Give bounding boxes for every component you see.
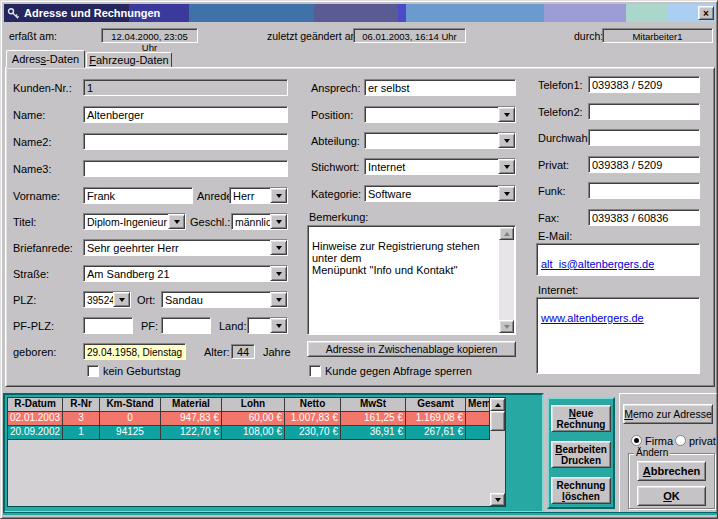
telefon2-field[interactable] [588, 103, 700, 120]
chevron-down-icon [276, 220, 282, 224]
chevron-down-icon [276, 246, 282, 250]
privat-radio[interactable] [675, 435, 686, 446]
scroll-up-button[interactable] [499, 227, 514, 240]
kunden-nr-label: Kunden-Nr.: [13, 82, 72, 94]
name3-field[interactable] [83, 160, 288, 177]
abteilung-combo[interactable] [364, 132, 516, 149]
email-box: alt_is@altenbergers.de [536, 243, 700, 276]
adresse-kopieren-button[interactable]: Adresse in Zwischenablage kopieren [307, 341, 516, 357]
strasse-combo[interactable] [83, 265, 288, 282]
geboren-label: geboren: [13, 346, 56, 358]
funk-field[interactable] [588, 182, 700, 199]
position-dropdown-button[interactable] [498, 107, 515, 122]
abteilung-field[interactable] [364, 132, 516, 149]
tab-adress-daten[interactable]: Adress-Daten [6, 50, 85, 68]
geschl-combo[interactable] [231, 213, 288, 230]
privat-label: Privat: [538, 159, 569, 171]
titel-dropdown-button[interactable] [168, 214, 185, 229]
email-label: E-Mail: [538, 230, 572, 242]
grid-scroll-thumb[interactable] [490, 411, 505, 431]
invoice-col-header: Material [161, 398, 222, 411]
privat-radio-label: privat [689, 435, 716, 447]
email-link[interactable]: alt_is@altenbergers.de [541, 258, 654, 270]
kategorie-field[interactable] [364, 185, 516, 202]
telefon1-field[interactable] [588, 76, 700, 93]
stichwort-combo[interactable] [364, 158, 516, 175]
titel-combo[interactable] [83, 213, 186, 230]
key-icon [7, 7, 20, 20]
strasse-dropdown-button[interactable] [270, 266, 287, 281]
vorname-field[interactable] [83, 187, 193, 204]
fax-field[interactable] [588, 209, 700, 226]
ort-dropdown-button[interactable] [270, 292, 287, 307]
plz-combo[interactable] [83, 291, 131, 308]
position-combo[interactable] [364, 106, 516, 123]
ok-button[interactable]: OK [637, 486, 706, 506]
bemerkung-textarea[interactable]: Hinweise zur Registrierung stehen unter … [307, 225, 516, 335]
kunden-nr-field[interactable] [83, 79, 288, 96]
briefanrede-combo[interactable] [83, 239, 288, 256]
name-field[interactable] [83, 106, 288, 123]
kein-geburtstag-checkbox[interactable] [87, 365, 99, 377]
invoice-row[interactable]: 02.01.200330947,83 €60,00 €1.007,83 €161… [8, 412, 505, 426]
kategorie-combo[interactable] [364, 185, 516, 202]
anrede-dropdown-button[interactable] [270, 188, 287, 203]
bearbeiten-drucken-button[interactable]: Bearbeiten Drucken [551, 441, 611, 468]
bottom-divider [3, 512, 717, 516]
invoice-col-header: R-Nr [63, 398, 100, 411]
chevron-down-icon [504, 113, 510, 117]
invoice-cell: 230,70 € [285, 426, 341, 439]
geschl-dropdown-button[interactable] [270, 214, 287, 229]
durchwahl-field[interactable] [588, 129, 700, 146]
kein-geburtstag-label: kein Geburtstag [103, 365, 181, 377]
internet-link[interactable]: www.altenbergers.de [541, 312, 644, 324]
land-combo[interactable] [247, 317, 288, 334]
arrow-up-icon [495, 403, 501, 407]
rechnung-loeschen-button[interactable]: Rechnung löschen [551, 477, 611, 504]
invoice-cell: 947,83 € [161, 412, 222, 425]
invoice-col-header: Memo [466, 398, 490, 411]
close-icon: × [703, 8, 709, 19]
stichwort-field[interactable] [364, 158, 516, 175]
chevron-down-icon [504, 165, 510, 169]
ansprech-label: Ansprech: [311, 82, 361, 94]
geboren-field[interactable] [83, 343, 186, 360]
tab-fahrzeug-daten[interactable]: Fahrzeug-Daten [86, 52, 172, 67]
stichwort-dropdown-button[interactable] [498, 159, 515, 174]
funk-label: Funk: [538, 185, 566, 197]
close-button[interactable]: × [698, 6, 714, 20]
pf-field[interactable] [161, 317, 211, 334]
strasse-field[interactable] [83, 265, 288, 282]
plz-label: PLZ: [13, 294, 36, 306]
invoice-col-header: Netto [285, 398, 341, 411]
plz-dropdown-button[interactable] [113, 292, 130, 307]
grid-scroll-up-button[interactable] [490, 398, 505, 411]
abbrechen-button[interactable]: Abbrechen [637, 461, 706, 481]
briefanrede-dropdown-button[interactable] [270, 240, 287, 255]
name2-field[interactable] [83, 133, 288, 150]
memo-zur-adresse-button[interactable]: Memo zur Adresse [623, 404, 713, 424]
scroll-down-button[interactable] [499, 320, 514, 333]
neue-rechnung-button[interactable]: Neue Rechnung [551, 405, 611, 432]
abteilung-dropdown-button[interactable] [498, 133, 515, 148]
bemerkung-text: Hinweise zur Registrierung stehen unter … [312, 240, 480, 276]
ort-combo[interactable] [161, 291, 288, 308]
ort-field[interactable] [161, 291, 288, 308]
anrede-combo[interactable] [229, 187, 288, 204]
invoice-scrollbar[interactable] [490, 398, 505, 506]
grid-scroll-down-button[interactable] [490, 493, 505, 506]
ansprech-field[interactable] [364, 79, 516, 96]
kategorie-dropdown-button[interactable] [498, 186, 515, 201]
land-dropdown-button[interactable] [270, 318, 287, 333]
durch-value: Mitarbeiter1 [602, 28, 713, 43]
pf-plz-field[interactable] [83, 317, 133, 334]
invoice-col-header: Lohn [222, 398, 285, 411]
firma-radio[interactable] [631, 435, 642, 446]
bemerkung-scrollbar[interactable] [499, 227, 514, 333]
position-field[interactable] [364, 106, 516, 123]
invoice-row[interactable]: 20.09.2002194125122,70 €108,00 €230,70 €… [8, 426, 505, 440]
internet-box: www.altenbergers.de [536, 297, 700, 374]
privat-field[interactable] [588, 156, 700, 173]
kunde-sperren-checkbox[interactable] [309, 365, 321, 377]
briefanrede-field[interactable] [83, 239, 288, 256]
